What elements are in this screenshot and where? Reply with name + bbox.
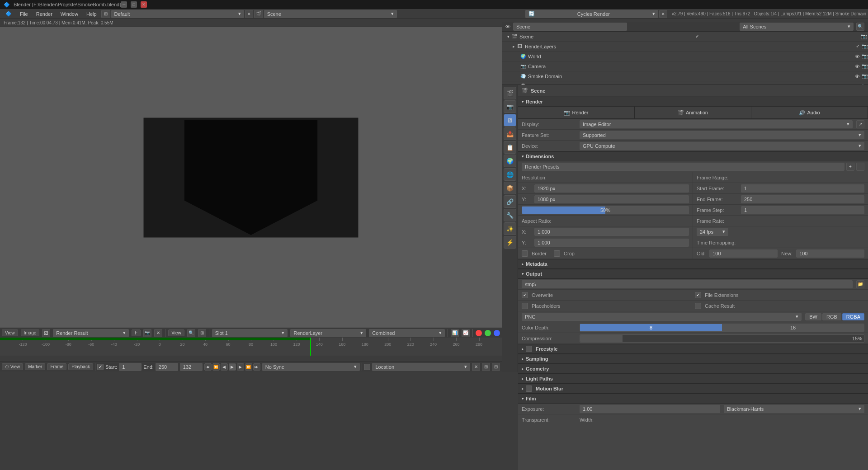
motion-blur-checkbox[interactable] bbox=[526, 385, 532, 392]
maximize-button[interactable]: □ bbox=[131, 1, 137, 8]
pb-prev-frame[interactable]: ◀ bbox=[221, 363, 228, 371]
ie-f-btn[interactable]: F bbox=[132, 329, 141, 336]
frame-step-input[interactable]: 1 bbox=[741, 206, 864, 214]
output-section-header[interactable]: ▾ Output bbox=[518, 269, 868, 279]
scene-selector[interactable]: Scene▾ bbox=[264, 10, 397, 18]
display-expand-btn[interactable]: ↗ bbox=[856, 120, 864, 128]
tl-check[interactable] bbox=[97, 364, 104, 370]
tree-item-renderlayers[interactable]: ▸ 🎞 RenderLayers ✓ 📷 bbox=[502, 42, 868, 52]
old-input[interactable]: 100 bbox=[709, 249, 778, 258]
tl-marker-btn[interactable]: Marker bbox=[25, 363, 45, 370]
tl-start-input[interactable]: 1 bbox=[119, 363, 142, 371]
film-section-header[interactable]: ▾ Film bbox=[518, 394, 868, 404]
all-scenes-selector[interactable]: All Scenes▾ bbox=[740, 23, 854, 31]
end-frame-input[interactable]: 250 bbox=[741, 195, 864, 203]
cd-8[interactable]: 8 bbox=[580, 324, 722, 331]
scene-filter[interactable]: Scene bbox=[513, 23, 627, 31]
crop-checkbox[interactable] bbox=[554, 250, 560, 257]
tl-icon-btn1[interactable]: ✕ bbox=[472, 363, 480, 371]
new-input[interactable]: 100 bbox=[796, 249, 864, 258]
prop-icon-particles[interactable]: ✨ bbox=[504, 222, 516, 235]
engine-settings-btn[interactable]: ✕ bbox=[659, 10, 667, 18]
ie-view-btn[interactable]: View bbox=[2, 329, 18, 336]
tl-check2[interactable] bbox=[364, 364, 370, 370]
geometry-section-header[interactable]: ▸ Geometry bbox=[518, 364, 868, 374]
tree-item-smoke[interactable]: 💨 Smoke Domain 👁 📷 bbox=[502, 71, 868, 81]
slot-selector[interactable]: Slot 1▾ bbox=[212, 329, 288, 337]
presets-remove-btn[interactable]: - bbox=[856, 163, 864, 171]
menu-render[interactable]: Render bbox=[33, 10, 56, 18]
prop-icon-constraint[interactable]: 🔗 bbox=[504, 195, 516, 208]
render-result-selector[interactable]: Render Result▾ bbox=[53, 329, 129, 337]
ie-icon2[interactable]: 📷 bbox=[143, 329, 151, 337]
sync-selector[interactable]: No Sync▾ bbox=[262, 363, 360, 371]
light-paths-section-header[interactable]: ▸ Light Paths bbox=[518, 374, 868, 384]
ie-grid-icon[interactable]: ⊞ bbox=[198, 329, 206, 337]
close-button[interactable]: ✕ bbox=[141, 1, 147, 8]
ie-scope-icon[interactable]: 📈 bbox=[462, 329, 470, 337]
viewport[interactable] bbox=[0, 27, 502, 328]
ie-image-btn[interactable]: Image bbox=[21, 329, 40, 336]
menu-help[interactable]: Help bbox=[83, 10, 100, 18]
rgba-btn[interactable]: RGBA bbox=[842, 313, 864, 320]
color-depth-bar[interactable]: 8 16 bbox=[580, 324, 864, 332]
tab-render[interactable]: 📷 Render bbox=[518, 107, 635, 118]
tree-item-sphere[interactable]: ⚪ Sphere 👁 📷 bbox=[502, 81, 868, 85]
layout-selector[interactable]: Default▾ bbox=[111, 10, 244, 18]
prop-icon-render[interactable]: 📷 bbox=[504, 100, 516, 113]
fps-dropdown[interactable]: 24 fps▾ bbox=[697, 228, 728, 236]
timeline-ruler[interactable]: -120-100-80-60-40-2002040608010012014016… bbox=[0, 338, 502, 356]
rgb-btn[interactable]: RGB bbox=[822, 313, 841, 320]
motion-blur-section-header[interactable]: ▸ Motion Blur bbox=[518, 384, 868, 394]
filter-dropdown[interactable]: Blackman-Harris▾ bbox=[724, 405, 864, 413]
ie-view2-btn[interactable]: View bbox=[168, 329, 184, 336]
prop-icon-view-layer[interactable]: 📋 bbox=[504, 141, 516, 154]
scene-icon[interactable]: 🎬 bbox=[254, 10, 263, 18]
start-frame-input[interactable]: 1 bbox=[741, 184, 864, 193]
menu-blender[interactable]: 🔷 bbox=[2, 10, 15, 18]
compression-slider[interactable]: 15% bbox=[580, 334, 864, 343]
menu-file[interactable]: File bbox=[16, 10, 32, 18]
res-y-input[interactable]: 1080 px bbox=[534, 195, 689, 203]
render-layer-selector[interactable]: RenderLayer▾ bbox=[290, 329, 366, 337]
prop-icon-modifier[interactable]: 🔧 bbox=[504, 209, 516, 221]
cd-16[interactable]: 16 bbox=[722, 324, 864, 331]
tab-animation[interactable]: 🎬 Animation bbox=[635, 107, 751, 118]
ie-color-green[interactable] bbox=[485, 330, 491, 336]
res-x-input[interactable]: 1920 px bbox=[534, 184, 689, 193]
pb-jump-end[interactable]: ⏭ bbox=[253, 363, 260, 371]
aspect-y-input[interactable]: 1.000 bbox=[534, 239, 689, 247]
sampling-section-header[interactable]: ▸ Sampling bbox=[518, 354, 868, 364]
ie-histogram-icon[interactable]: 📊 bbox=[451, 329, 459, 337]
pb-prev-keyframe[interactable]: ⏪ bbox=[212, 363, 220, 371]
tl-icon-btn2[interactable]: ⊞ bbox=[482, 363, 490, 371]
format-dropdown[interactable]: PNG▾ bbox=[522, 313, 802, 321]
menu-window[interactable]: Window bbox=[57, 10, 82, 18]
engine-selector[interactable]: 🔄Cycles Render▾ bbox=[525, 10, 658, 18]
location-selector[interactable]: Location▾ bbox=[372, 363, 470, 371]
tl-frame-btn[interactable]: Frame bbox=[47, 363, 66, 370]
prop-icon-scene2[interactable]: 🌍 bbox=[504, 155, 516, 167]
file-ext-checkbox[interactable] bbox=[695, 292, 701, 298]
layout-icon[interactable]: ⊞ bbox=[101, 10, 110, 18]
border-checkbox[interactable] bbox=[522, 250, 528, 257]
render-presets-bar[interactable]: Render Presets bbox=[522, 163, 844, 171]
prop-icon-world[interactable]: 🌐 bbox=[504, 168, 516, 181]
pb-play[interactable]: ▶ bbox=[229, 363, 236, 371]
freestyle-checkbox[interactable] bbox=[526, 346, 532, 352]
combined-selector[interactable]: Combined▾ bbox=[369, 329, 445, 337]
ie-icon-btn[interactable]: 🖼 bbox=[42, 329, 50, 337]
tab-audio[interactable]: 🔊 Audio bbox=[751, 107, 868, 118]
layout-add-btn[interactable]: ✕ bbox=[245, 10, 253, 18]
search-icon[interactable]: 🔍 bbox=[856, 23, 864, 31]
tl-end-input[interactable]: 250 bbox=[156, 363, 178, 371]
tree-item-scene[interactable]: ▾ 🎬 Scene ✓ 📷 bbox=[502, 32, 868, 42]
exposure-input[interactable]: 1.00 bbox=[580, 405, 720, 413]
device-dropdown[interactable]: GPU Compute ▾ bbox=[580, 142, 864, 150]
prop-icon-output[interactable]: 📤 bbox=[504, 127, 516, 140]
prop-icon-object[interactable]: 📦 bbox=[504, 182, 516, 194]
output-path-input[interactable]: /tmp\ bbox=[522, 280, 853, 288]
ie-zoom-icon[interactable]: 🔍 bbox=[187, 329, 195, 337]
tl-view-btn[interactable]: ⏱ View bbox=[2, 363, 23, 370]
ie-icon3[interactable]: ✕ bbox=[154, 329, 162, 337]
